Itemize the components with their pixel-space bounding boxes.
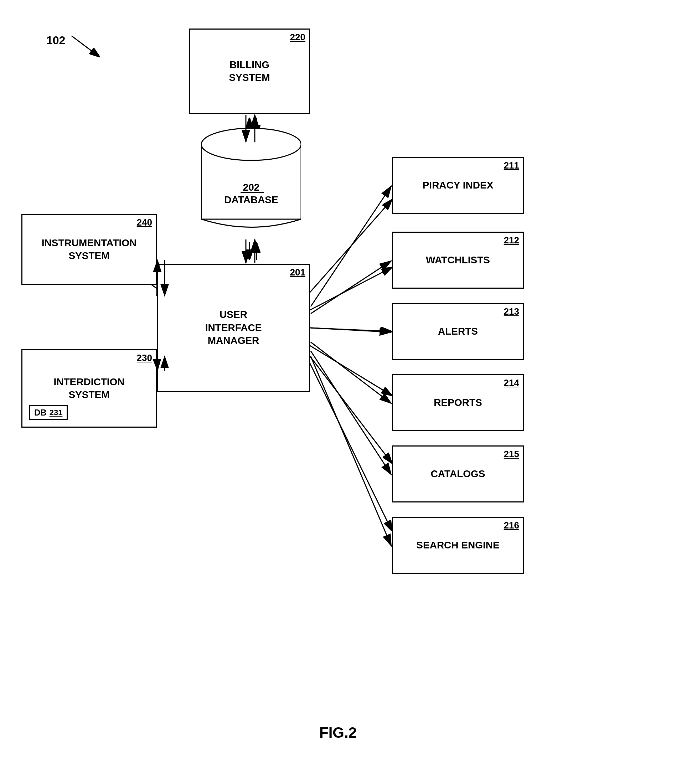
watchlists-label: WATCHLISTS (426, 254, 490, 266)
db-label: DB (34, 408, 47, 418)
interdiction-box: 230 INTERDICTIONSYSTEM DB 231 (22, 349, 157, 428)
database-svg: 202 DATABASE (201, 125, 301, 239)
search-label: SEARCH ENGINE (416, 539, 499, 552)
catalogs-id: 215 (504, 449, 519, 460)
database-cylinder: 202 DATABASE (201, 125, 301, 239)
piracy-box: 211 PIRACY INDEX (392, 157, 524, 214)
svg-line-13 (310, 346, 392, 395)
uim-label: USERINTERFACEMANAGER (205, 308, 262, 347)
alerts-label: ALERTS (438, 325, 478, 338)
billing-system-box: 220 BILLINGSYSTEM (189, 28, 310, 114)
alerts-box: 213 ALERTS (392, 303, 524, 360)
svg-line-12 (310, 328, 392, 331)
svg-line-35 (311, 342, 391, 403)
svg-text:DATABASE: DATABASE (224, 194, 278, 205)
interdiction-label: INTERDICTIONSYSTEM (53, 376, 124, 401)
svg-line-32 (311, 186, 391, 306)
search-id: 216 (504, 520, 519, 531)
db-id: 231 (50, 408, 63, 417)
watchlists-id: 212 (504, 235, 519, 246)
interdiction-id: 230 (137, 352, 152, 364)
svg-point-18 (201, 128, 301, 160)
svg-line-34 (311, 328, 391, 332)
svg-line-16 (71, 36, 100, 57)
alerts-id: 213 (504, 306, 519, 317)
search-box: 216 SEARCH ENGINE (392, 517, 524, 574)
svg-line-33 (311, 261, 391, 314)
ref-102: 102 (46, 34, 65, 47)
svg-line-37 (311, 356, 391, 546)
catalogs-label: CATALOGS (431, 468, 485, 481)
figure-caption: FIG.2 (285, 724, 392, 741)
svg-line-15 (310, 364, 392, 531)
svg-line-14 (310, 356, 392, 463)
catalogs-box: 215 CATALOGS (392, 445, 524, 502)
reports-box: 214 REPORTS (392, 374, 524, 431)
svg-line-11 (310, 267, 392, 310)
piracy-label: PIRACY INDEX (423, 179, 494, 192)
diagram: 102 220 BILLINGSYSTEM 202 DATABASE 201 U… (0, 0, 676, 784)
reports-label: REPORTS (434, 396, 482, 409)
ref-arrow (71, 36, 114, 64)
reports-id: 214 (504, 377, 519, 389)
svg-line-10 (310, 199, 392, 292)
instrumentation-box: 240 INSTRUMENTATIONSYSTEM (22, 214, 157, 285)
billing-system-id: 220 (290, 32, 305, 43)
piracy-id: 211 (504, 160, 519, 171)
watchlists-box: 212 WATCHLISTS (392, 232, 524, 289)
svg-line-36 (311, 351, 391, 475)
instrumentation-label: INSTRUMENTATIONSYSTEM (42, 236, 137, 263)
uim-box: 201 USERINTERFACEMANAGER (157, 264, 310, 392)
uim-id: 201 (290, 267, 305, 278)
instrumentation-id: 240 (137, 217, 152, 228)
billing-system-label: BILLINGSYSTEM (229, 58, 270, 84)
svg-text:202: 202 (243, 182, 260, 193)
